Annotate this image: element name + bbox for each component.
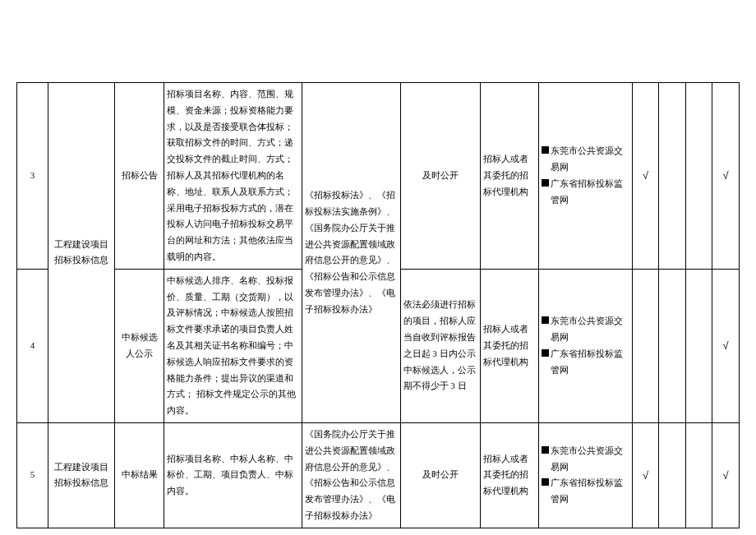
row-index: 3 <box>17 83 48 270</box>
table-row: 3 工程建设项目招标投标信息 招标公告 招标项目名称、内容、范围、规模、资金来源… <box>17 83 740 270</box>
check-cell <box>685 269 712 422</box>
check-cell: √ <box>632 83 659 270</box>
check-cell: √ <box>712 83 740 270</box>
channel-label: 广东省招标投标监管网 <box>551 475 629 508</box>
subject-cell: 招标人或者其委托的招标代理机构 <box>481 422 539 528</box>
square-icon <box>542 179 549 187</box>
square-icon <box>542 478 549 486</box>
sub-category-cell: 招标公告 <box>115 83 164 270</box>
subject-cell: 招标人或者其委托的招标代理机构 <box>481 269 539 422</box>
subject-cell: 招标人或者其委托的招标代理机构 <box>481 83 539 270</box>
content-cell: 招标项目名称、中标人名称、中标价、工期、项目负责人、中标内容。 <box>164 422 302 528</box>
table-row: 5 工程建设项目招标投标信息 中标结果 招标项目名称、中标人名称、中标价、工期、… <box>17 422 740 528</box>
basis-cell: 《招标投标法》、《招标投标法实施条例》、《国务院办公厅关于推进公共资源配置领域政… <box>302 83 400 423</box>
time-cell: 依法必须进行招标的项目，招标人应当自收到评标报告之日起 3 日内公示中标候选人，… <box>400 269 481 422</box>
category-cell: 工程建设项目招标投标信息 <box>48 422 114 528</box>
basis-cell: 《国务院办公厅关于推进公共资源配置领域政府信息公开的意见》、《招标公告和公示信息… <box>302 422 400 528</box>
time-cell: 及时公开 <box>400 422 481 528</box>
square-icon <box>542 146 549 154</box>
check-cell <box>685 422 712 528</box>
square-icon <box>542 446 549 454</box>
check-cell <box>659 269 686 422</box>
channel-cell: 东莞市公共资源交易网 广东省招标投标监管网 <box>538 269 632 422</box>
sub-category-cell: 中标结果 <box>115 422 164 528</box>
channel-label: 东莞市公共资源交易网 <box>551 313 629 346</box>
channel-cell: 东莞市公共资源交易网 广东省招标投标监管网 <box>538 422 632 528</box>
category-cell: 工程建设项目招标投标信息 <box>48 83 114 423</box>
square-icon <box>542 349 549 357</box>
check-cell <box>659 83 686 270</box>
check-cell: √ <box>712 269 740 422</box>
channel-label: 东莞市公共资源交易网 <box>551 443 629 476</box>
check-cell <box>659 422 686 528</box>
time-cell: 及时公开 <box>400 83 481 270</box>
check-cell: √ <box>712 422 740 528</box>
content-cell: 中标候选人排序、名称、投标报价、质量、工期（交货期），以及评标情况；中标候选人按… <box>164 269 302 422</box>
check-cell <box>632 269 659 422</box>
check-cell: √ <box>632 422 659 528</box>
square-icon <box>542 316 549 324</box>
row-index: 5 <box>17 422 48 528</box>
bidding-info-table: 3 工程建设项目招标投标信息 招标公告 招标项目名称、内容、范围、规模、资金来源… <box>16 82 740 528</box>
channel-label: 东莞市公共资源交易网 <box>551 143 629 176</box>
row-index: 4 <box>17 269 48 422</box>
content-cell: 招标项目名称、内容、范围、规模、资金来源；投标资格能力要求，以及是否接受联合体投… <box>164 83 302 270</box>
channel-cell: 东莞市公共资源交易网 广东省招标投标监管网 <box>538 83 632 270</box>
channel-label: 广东省招标投标监管网 <box>551 346 629 379</box>
check-cell <box>685 83 712 270</box>
sub-category-cell: 中标候选人公示 <box>115 269 164 422</box>
channel-label: 广东省招标投标监管网 <box>551 176 629 209</box>
